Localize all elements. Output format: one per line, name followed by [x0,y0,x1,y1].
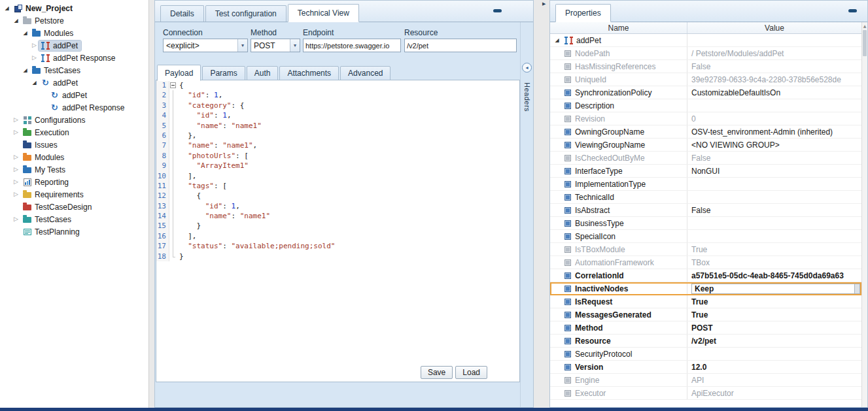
tree-node-body[interactable]: Modules [29,28,77,39]
endpoint-input[interactable] [303,39,401,52]
expand-arrow-icon[interactable]: ▷ [30,42,39,48]
tree-node-body[interactable]: Configurations [20,115,88,125]
connection-select[interactable]: <explicit> ▾ [163,39,248,52]
code-line[interactable]: 11 "tags": [ [156,181,519,191]
property-row-specialicon[interactable]: SpecialIcon [550,230,861,243]
save-button[interactable]: Save [421,366,453,379]
fold-collapse-icon[interactable] [169,80,178,90]
dropdown-arrow-icon[interactable]: ▾ [290,39,300,52]
property-value-cell[interactable]: <NO VIEWING GROUP> [687,139,861,151]
property-row-description[interactable]: Description [550,99,861,112]
property-value-cell[interactable]: API [687,374,861,386]
tree-node-body[interactable]: TestPlanning [20,227,83,237]
tree-item-testcases[interactable]: ▷TestCases [0,213,148,225]
property-value-cell[interactable]: TBox [687,256,861,269]
property-row-hasmissingreferences[interactable]: HasMissingReferencesFalse [550,60,861,73]
tree-node-body[interactable]: Issues [20,140,61,150]
payload-editor[interactable]: 1{2 "id": 1,3 "category": {4 "id": 1,5 "… [156,80,520,382]
property-value-cell[interactable]: a57b51e5-05dc-4eab-8465-745d0da69a63 [687,269,861,282]
property-row-method[interactable]: MethodPOST [550,321,861,335]
property-row-inactivenodes[interactable]: InactiveNodesKeep [550,282,861,295]
code-line[interactable]: 13 "id": 1, [156,201,519,211]
collapse-arrow-icon[interactable]: ◢ [21,68,29,73]
collapse-arrow-icon[interactable]: ◢ [3,6,11,11]
dropdown-arrow-icon[interactable]: ▾ [237,39,247,52]
property-row-ischeckedoutbyme[interactable]: IsCheckedOutByMeFalse [550,152,861,165]
scrollbar-thumb[interactable] [863,30,867,56]
property-value-cell[interactable]: False [687,152,861,164]
tree-item-petstore[interactable]: ◢Petstore [0,14,148,27]
subtab-params[interactable]: Params [202,66,245,80]
column-header-value[interactable]: Value [687,22,861,33]
property-row-interfacetype[interactable]: InterfaceTypeNonGUI [550,165,861,178]
code-line[interactable]: 5 "name": "name1" [156,121,519,131]
property-value-cell[interactable] [687,348,861,360]
load-button[interactable]: Load [455,366,487,379]
scrollbar-up-icon[interactable]: ▲ [862,22,867,29]
tree-item-execution[interactable]: ▷Execution [0,126,148,139]
expand-arrow-icon[interactable]: ▷ [12,117,20,123]
code-line[interactable]: 8 "photoUrls": [ [156,151,519,161]
property-value-cell[interactable]: NonGUI [687,165,861,177]
code-line[interactable]: 12 { [156,191,519,201]
tree-node-body[interactable]: TestCaseDesign [20,202,95,212]
property-value-cell[interactable] [687,217,861,229]
property-value-cell[interactable]: POST [687,321,861,334]
headers-collapsed-panel[interactable]: ◂ Headers [520,22,533,407]
tree-node-body[interactable]: addPet [39,41,81,51]
code-line[interactable]: 18} [156,252,519,261]
code-line[interactable]: 2 "id": 1, [156,90,519,100]
expand-arrow-icon[interactable]: ▷ [12,191,20,197]
tree-node-body[interactable]: ↻addPet [48,90,90,101]
tree-item-addpet[interactable]: ▷addPet [0,39,148,52]
expand-arrow-icon[interactable]: ▷ [30,55,39,61]
code-line[interactable]: 3 "category": { [156,101,519,110]
property-row-isrequest[interactable]: IsRequestTrue [550,295,861,308]
collapse-arrow-icon[interactable]: ◢ [21,31,29,36]
property-value-cell[interactable]: False [687,60,861,73]
property-value-cell[interactable]: False [687,204,861,216]
code-line[interactable]: 7 "name": "name1", [156,140,519,150]
property-value-cell[interactable]: ApiExecutor [687,387,861,399]
code-line[interactable]: 10 ], [156,171,519,181]
property-value-cell[interactable]: CustomizableDefaultIsOn [687,86,861,99]
code-line[interactable]: 17 "status": "available;pending;sold" [156,241,519,251]
code-line[interactable]: 15 } [156,221,519,231]
property-row-implementationtype[interactable]: ImplementationType [550,178,861,191]
tree-item-modules[interactable]: ◢Modules [0,27,148,39]
code-line[interactable]: 6 }, [156,131,519,140]
expand-arrow-icon[interactable]: ▷ [12,167,20,173]
property-value-cell[interactable] [687,34,861,46]
property-row-revision[interactable]: Revision0 [550,112,861,125]
auto-hide-icon[interactable] [848,9,857,12]
tab-test-configuration[interactable]: Test configuration [205,5,286,22]
tree-node-body[interactable]: Execution [20,127,73,138]
property-row-executor[interactable]: ExecutorApiExecutor [550,387,861,400]
property-row-securityprotocol[interactable]: SecurityProtocol [550,348,861,361]
tree-item-addpet-response[interactable]: ↻addPet Response [0,101,148,114]
property-value-cell[interactable] [687,178,861,190]
tree-node-body[interactable]: TestCases [20,214,75,225]
method-select[interactable]: POST ▾ [251,39,300,52]
property-row-businesstype[interactable]: BusinessType [550,217,861,230]
property-value-cell[interactable]: True [687,243,861,255]
code-line[interactable]: 1{ [156,80,519,90]
property-value-cell[interactable]: 0 [687,112,861,125]
subtab-attachments[interactable]: Attachments [279,66,339,80]
subtab-advanced[interactable]: Advanced [340,66,391,80]
property-value-cell[interactable] [687,99,861,112]
tree-item-my-tests[interactable]: ▷My Tests [0,163,148,176]
property-row-nodepath[interactable]: NodePath/ Petstore/Modules/addPet [550,47,861,60]
tree-node-body[interactable]: ↻addPet Response [48,103,128,113]
property-row-resource[interactable]: Resource/v2/pet [550,335,861,348]
subtab-payload[interactable]: Payload [157,65,201,81]
property-value-cell[interactable]: / Petstore/Modules/addPet [687,47,861,59]
property-row-automationframework[interactable]: AutomationFrameworkTBox [550,256,861,269]
code-line[interactable]: 9 "ArrayItem1" [156,161,519,171]
property-row-owninggroupname[interactable]: OwningGroupNameOSV-test_environment-Admi… [550,125,861,139]
tab-technical-view[interactable]: Technical View [288,4,359,22]
property-value-cell[interactable]: True [687,308,861,321]
properties-root-row[interactable]: ◢addPet [550,34,861,47]
property-value-cell[interactable]: Keep [687,282,861,295]
property-row-isabstract[interactable]: IsAbstractFalse [550,204,861,217]
